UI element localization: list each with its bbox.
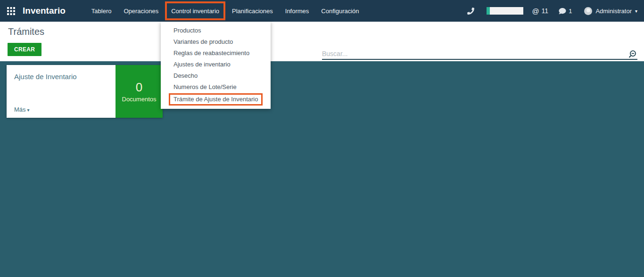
redacted-box-accent xyxy=(487,7,490,15)
card-documents-button[interactable]: 0 Documentos xyxy=(116,65,163,118)
messages-button[interactable]: 1 xyxy=(559,8,572,15)
menu-item-informes[interactable]: Informes xyxy=(279,0,315,22)
search-icon[interactable] xyxy=(628,50,637,59)
messages-count: 1 xyxy=(569,8,572,15)
control-panel: Trámites CREAR Filtros ▾ xyxy=(0,22,644,61)
menu-item-planificaciones[interactable]: Planificaciones xyxy=(226,0,279,22)
search-input[interactable] xyxy=(322,50,628,57)
main-menu: Tablero Operaciones Control inventario P… xyxy=(85,0,365,22)
menu-item-control-inventario-highlighted[interactable]: Control inventario xyxy=(165,1,225,20)
dropdown-item-numeros-de-lote-serie[interactable]: Numeros de Lote/Serie xyxy=(161,81,271,93)
dashboard-content: Ajuste de Inventario Más▾ 0 Documentos xyxy=(0,61,644,277)
card-count-label: Documentos xyxy=(122,96,157,103)
menu-item-tablero[interactable]: Tablero xyxy=(85,0,118,22)
caret-down-icon: ▾ xyxy=(635,8,637,14)
user-avatar xyxy=(584,7,592,15)
dropdown-item-reglas-de-reabastecimiento[interactable]: Reglas de reabastecimiento xyxy=(161,48,271,59)
dropdown-item-desecho[interactable]: Desecho xyxy=(161,70,271,81)
card-more-label: Más xyxy=(14,106,26,113)
highlight-box: Trámite de Ajuste de Inventario xyxy=(169,93,263,106)
card-title[interactable]: Ajuste de Inventario xyxy=(14,73,77,81)
inventory-adjustment-card: Ajuste de Inventario Más▾ 0 Documentos xyxy=(7,65,163,118)
activities-button[interactable]: @ 11 xyxy=(532,7,548,15)
card-info-section: Ajuste de Inventario Más▾ xyxy=(7,65,116,118)
redacted-box xyxy=(487,7,523,15)
control-inventario-dropdown-menu: Productos Variantes de producto Reglas d… xyxy=(161,22,271,109)
dropdown-item-productos[interactable]: Productos xyxy=(161,25,271,36)
user-name: Administrator xyxy=(595,8,632,15)
user-menu[interactable]: Administrator ▾ xyxy=(584,7,637,15)
apps-grid-icon xyxy=(7,7,15,15)
page-title: Trámites xyxy=(8,26,44,37)
card-document-count: 0 xyxy=(136,81,142,94)
dropdown-item-variantes-de-producto[interactable]: Variantes de producto xyxy=(161,36,271,48)
apps-menu-button[interactable] xyxy=(0,0,22,22)
activities-count: 11 xyxy=(542,7,549,15)
systray: @ 11 1 Administrator ▾ xyxy=(467,7,637,15)
menu-item-operaciones[interactable]: Operaciones xyxy=(117,0,165,22)
search-bar xyxy=(322,49,637,60)
dropdown-item-tramite-de-ajuste-de-inventario-highlighted[interactable]: Trámite de Ajuste de Inventario xyxy=(161,93,271,106)
app-title: Inventario xyxy=(23,6,66,16)
chat-bubble-icon xyxy=(559,8,566,15)
activities-at-icon: @ xyxy=(532,7,539,15)
dropdown-item-ajustes-de-inventario[interactable]: Ajustes de inventario xyxy=(161,59,271,70)
create-button[interactable]: CREAR xyxy=(8,43,41,56)
card-more-dropdown[interactable]: Más▾ xyxy=(14,106,30,113)
phone-icon[interactable] xyxy=(467,8,474,15)
top-navbar: Inventario Tablero Operaciones Control i… xyxy=(0,0,644,22)
menu-item-configuracion[interactable]: Configuración xyxy=(315,0,365,22)
caret-down-icon: ▾ xyxy=(27,107,30,113)
